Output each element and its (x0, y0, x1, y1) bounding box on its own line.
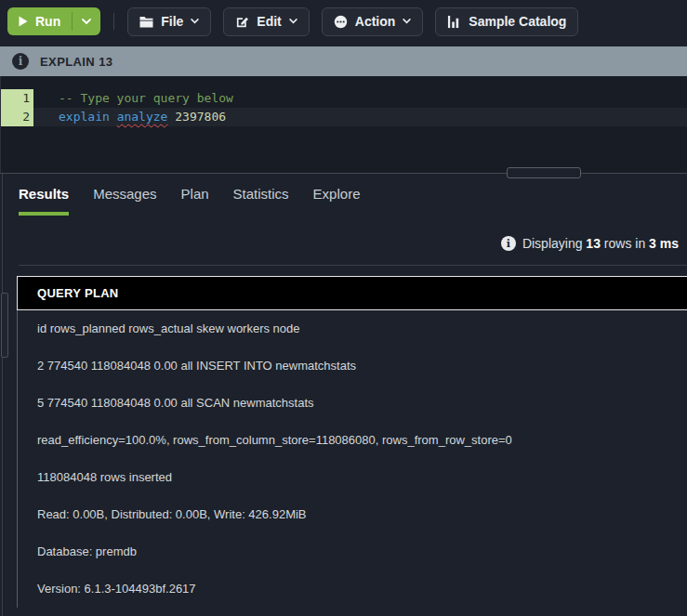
tab-statistics[interactable]: Statistics (233, 186, 289, 216)
action-menu-button[interactable]: Action (322, 7, 424, 36)
editor-code-line: explain analyze 2397806 (33, 108, 687, 126)
play-icon (18, 16, 28, 27)
toolbar: Run File Edit Action (0, 0, 687, 43)
panel-resize-handle[interactable] (507, 167, 581, 178)
results-divider (19, 265, 687, 266)
query-plan-column-header: QUERY PLAN (17, 276, 687, 310)
table-row: id rows_planned rows_actual skew workers… (18, 310, 687, 347)
editor-code-line: -- Type your query below (33, 89, 687, 108)
action-menu-label: Action (355, 14, 396, 29)
run-dropdown-toggle[interactable] (73, 7, 100, 35)
table-row: 2 774540 118084048 0.00 all INSERT INTO … (18, 347, 687, 385)
line-number-gutter: 1 (1, 89, 33, 108)
tab-messages[interactable]: Messages (93, 186, 156, 216)
table-row: read_efficiency=100.0%, rows_from_column… (18, 422, 687, 459)
panel-splitter-line (0, 173, 687, 174)
line-number-gutter: 2 (1, 108, 33, 126)
explain-notice-bar: EXPLAIN 13 (0, 46, 687, 76)
editor-line: 1 -- Type your query below (1, 89, 687, 108)
file-menu-label: File (161, 14, 183, 29)
query-plan-rows: id rows_planned rows_actual skew workers… (17, 310, 687, 608)
sql-keyword-misspelled: analyze (117, 110, 168, 124)
edit-menu-label: Edit (257, 14, 281, 29)
result-status: Displaying 13 rows in 3 ms (501, 236, 679, 251)
edit-menu-button[interactable]: Edit (223, 7, 309, 36)
sample-catalog-button[interactable]: Sample Catalog (435, 7, 578, 36)
chevron-down-icon (191, 19, 199, 24)
run-button[interactable]: Run (7, 7, 100, 35)
tab-plan[interactable]: Plan (181, 186, 209, 216)
grid-left-edge (2, 174, 3, 616)
sample-catalog-label: Sample Catalog (469, 14, 566, 29)
table-row: Version: 6.1.3-104493bf.2617 (18, 570, 687, 608)
explain-notice-label: EXPLAIN 13 (40, 55, 112, 69)
table-row: Read: 0.00B, Distributed: 0.00B, Write: … (18, 496, 687, 533)
ellipsis-circle-icon (334, 15, 348, 29)
chevron-down-icon (403, 19, 411, 24)
run-button-label: Run (35, 14, 60, 29)
run-button-main[interactable]: Run (7, 7, 72, 35)
table-row: 5 774540 118084048 0.00 all SCAN newmatc… (18, 385, 687, 422)
folder-icon (139, 16, 153, 28)
sql-number-literal: 2397806 (175, 110, 226, 124)
query-plan-panel: QUERY PLAN id rows_planned rows_actual s… (17, 276, 687, 616)
chevron-down-icon (289, 19, 297, 24)
chevron-down-icon (82, 19, 91, 25)
toolbar-divider (113, 13, 114, 30)
sql-keyword: explain (59, 110, 110, 124)
table-row: 118084048 rows inserted (18, 459, 687, 496)
sql-editor[interactable]: 1 -- Type your query below 2 explain ana… (0, 76, 687, 173)
info-icon (12, 53, 29, 70)
tab-results[interactable]: Results (19, 186, 69, 216)
query-duration: 3 ms (649, 236, 679, 251)
editor-line: 2 explain analyze 2397806 (1, 108, 687, 126)
table-row: Database: premdb (18, 533, 687, 570)
status-text: Displaying 13 rows in 3 ms (522, 236, 679, 251)
sql-comment: -- Type your query below (59, 91, 233, 105)
results-tab-bar: Results Messages Plan Statistics Explore (19, 186, 360, 216)
bar-chart-icon (447, 15, 461, 29)
row-count: 13 (586, 236, 601, 251)
edit-pencil-icon (235, 15, 249, 29)
tab-explore[interactable]: Explore (313, 186, 361, 216)
file-menu-button[interactable]: File (127, 7, 211, 36)
info-icon (501, 236, 516, 251)
scrollbar-thumb[interactable] (1, 293, 8, 358)
